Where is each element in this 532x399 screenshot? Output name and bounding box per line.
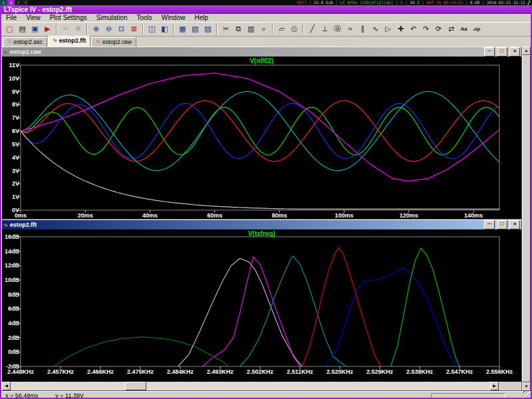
- toolbar-separator: [173, 24, 174, 35]
- workspace-tag-2[interactable]: 2: [7, 0, 15, 5]
- scroll-up-button[interactable]: ▲: [522, 47, 531, 55]
- menu-plot-settings[interactable]: Plot Settings: [45, 14, 92, 22]
- window-title-bar[interactable]: LTspice IV - estop2.fft: [1, 5, 531, 14]
- print-preview-icon[interactable]: ▱: [275, 23, 288, 35]
- zoom-area-icon[interactable]: ⊡: [115, 23, 128, 35]
- rotate-icon[interactable]: ⟳: [432, 23, 445, 35]
- wm-status-segment: |: [463, 0, 470, 5]
- inductor-icon[interactable]: ∿: [369, 23, 382, 35]
- time-plot-canvas[interactable]: V(n002) 0ms20ms40ms60ms80ms100ms120ms140…: [2, 57, 521, 219]
- text-icon[interactable]: Aa: [458, 23, 470, 35]
- cut2-icon[interactable]: ✂: [219, 23, 232, 35]
- tile-vertical-icon[interactable]: ▧: [189, 23, 201, 35]
- scroll-right-button[interactable]: ▶: [490, 382, 499, 390]
- toolbar-separator: [216, 24, 217, 35]
- x-tick-label: 2.511KHz: [281, 368, 319, 375]
- horizontal-scroll-thumb[interactable]: [125, 382, 146, 390]
- zoom-full-extents-icon[interactable]: ⊠: [128, 23, 140, 35]
- move-icon[interactable]: ✚: [394, 23, 407, 35]
- wm-status-segment: ▞: [525, 0, 530, 5]
- diode-icon[interactable]: ▷: [382, 23, 394, 35]
- tab-label: estop2.fft: [59, 37, 86, 47]
- menu-file[interactable]: File: [1, 14, 21, 22]
- close-button[interactable]: ×: [509, 47, 520, 57]
- find-icon[interactable]: ⌕: [257, 23, 270, 35]
- paste-icon[interactable]: ▥: [245, 23, 257, 35]
- menu-help[interactable]: Help: [190, 14, 213, 22]
- save-icon[interactable]: ▣: [29, 23, 41, 35]
- capacitor-icon[interactable]: ∥: [356, 23, 369, 35]
- new-schematic-icon[interactable]: ▢: [3, 23, 16, 35]
- cascade-windows-icon[interactable]: ▨: [201, 23, 214, 35]
- y-tick-label: 0V: [2, 207, 19, 213]
- minimize-button[interactable]: ─: [484, 47, 495, 57]
- copy-icon[interactable]: ⧉: [232, 23, 245, 35]
- mirror-icon[interactable]: ⇄: [445, 23, 458, 35]
- pane-fft-title: estop2.fft: [10, 221, 37, 228]
- fft-plot-trace-label[interactable]: V(txfreq): [2, 230, 521, 237]
- scroll-down-button[interactable]: ▼: [522, 382, 531, 391]
- wm-status-segment: 39 C: [410, 0, 419, 5]
- pane-raw-title-bar[interactable]: ∿ estop2.raw ─ □ ×: [2, 47, 521, 57]
- workspace-tag-3[interactable]: 3: [15, 0, 22, 5]
- print-icon[interactable]: ⎙: [288, 23, 301, 35]
- toolbar-separator: [86, 24, 88, 35]
- maximize-button[interactable]: □: [497, 47, 507, 57]
- undo-icon[interactable]: ↶: [407, 23, 420, 35]
- tab-estop2.raw[interactable]: ∿estop2.raw: [91, 37, 136, 47]
- vertical-scroll-thumb[interactable]: [522, 55, 531, 382]
- vertical-scrollbar[interactable]: ▲ ▼: [522, 47, 531, 391]
- waveform-icon: ∿: [53, 37, 57, 47]
- scroll-left-button[interactable]: ◀: [2, 382, 11, 390]
- tab-estop2.fft[interactable]: ∿estop2.fft: [48, 36, 90, 47]
- run-simulation-icon[interactable]: ▶: [41, 23, 54, 35]
- workspace-tag-1[interactable]: 1: [0, 0, 7, 5]
- net-label-icon[interactable]: ⓐ: [331, 23, 344, 35]
- screen: 1234ROff | 25.8 GiB | LC 075% [139|47|27…: [0, 0, 532, 399]
- draw-wire-icon[interactable]: ╱: [306, 23, 319, 35]
- menu-simulation[interactable]: Simulation: [92, 14, 132, 22]
- y-tick-label: 2V: [2, 180, 19, 187]
- time-plot-trace-label[interactable]: V(n002): [2, 57, 521, 65]
- workspace-tag-4[interactable]: 4: [22, 0, 29, 5]
- y-tick-label: -2dB: [2, 363, 19, 370]
- zoom-in-icon[interactable]: ⊕: [90, 23, 102, 35]
- y-tick-label: 5V: [2, 141, 19, 148]
- tile-horizontal-icon[interactable]: ▦: [176, 23, 189, 35]
- maximize-button[interactable]: □: [497, 220, 507, 229]
- menu-tools[interactable]: Tools: [132, 14, 156, 22]
- horizontal-scrollbar[interactable]: ◀ ▶: [2, 382, 499, 390]
- y-tick-label: 14dB: [2, 248, 19, 255]
- fft-plot-traces: [2, 229, 521, 382]
- menu-view[interactable]: View: [21, 14, 45, 22]
- mark-data-points-icon[interactable]: ◧: [158, 23, 171, 35]
- y-tick-label: 6dB: [2, 305, 19, 312]
- spice-directive-icon[interactable]: .op: [470, 23, 483, 35]
- tab-estop2.asc[interactable]: ⎍estop2.asc: [3, 37, 47, 47]
- toolbar: ▢▤▣▶✂❖⊕⊖⊡⊠◫◧▦▧▨✂⧉▥⌕▱⎙╱⊥ⓐ≈∥∿▷✚↶↷⟳⇄Aa.op: [1, 22, 531, 37]
- menu-bar: FileViewPlot SettingsSimulationToolsWind…: [1, 14, 531, 22]
- wm-border-left: [0, 5, 1, 399]
- grid-icon[interactable]: ◫: [146, 23, 158, 35]
- y-tick-label: 10dB: [2, 277, 19, 283]
- resistor-icon[interactable]: ≈: [344, 23, 356, 35]
- x-tick-label: 2.538KHz: [401, 368, 438, 375]
- x-tick-label: 2.556KHz: [481, 368, 518, 375]
- ground-icon[interactable]: ⊥: [319, 23, 331, 35]
- close-button[interactable]: ×: [509, 220, 520, 229]
- zoom-out-icon[interactable]: ⊖: [102, 23, 115, 35]
- menu-window[interactable]: Window: [157, 14, 190, 22]
- minimize-button[interactable]: ─: [484, 220, 495, 229]
- redo-icon[interactable]: ↷: [420, 23, 432, 35]
- wm-status-bar: 1234ROff | 25.8 GiB | LC 075% [139|47|27…: [0, 0, 532, 5]
- fft-plot-canvas[interactable]: V(txfreq) 2.448KHz2.457KHz2.466KHz2.475K…: [2, 229, 521, 382]
- wm-status-segment: 2014-02-21 12:12: [487, 0, 525, 5]
- waveform-icon: ∿: [3, 222, 8, 228]
- pane-fft-title-bar[interactable]: ∿ estop2.fft ─ □ ×: [2, 220, 521, 229]
- x-tick-label: 20ms: [66, 212, 104, 219]
- window-title: LTspice IV - estop2.fft: [4, 6, 72, 13]
- toolbar-separator: [272, 24, 273, 35]
- x-tick-label: 2.520KHz: [321, 368, 358, 375]
- x-tick-label: 100ms: [325, 212, 362, 219]
- open-file-icon[interactable]: ▤: [16, 23, 29, 35]
